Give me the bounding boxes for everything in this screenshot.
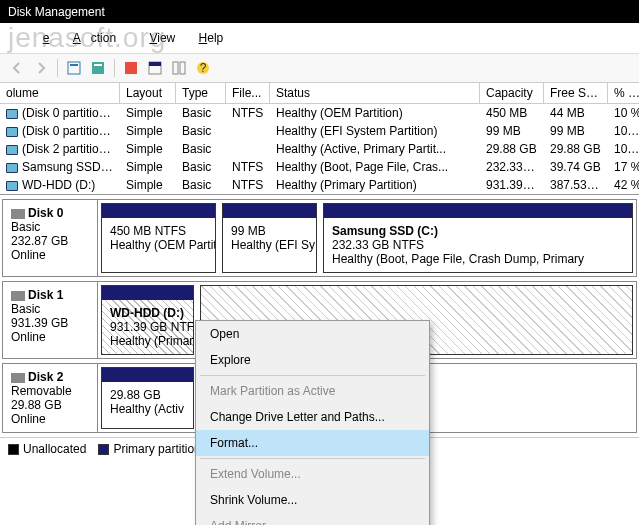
ctx-open[interactable]: Open bbox=[196, 321, 429, 347]
legend-primary-label: Primary partition bbox=[113, 442, 200, 456]
window-title: Disk Management bbox=[8, 5, 105, 19]
disk-icon bbox=[11, 209, 25, 219]
help-button[interactable]: ? bbox=[192, 57, 214, 79]
volume-row[interactable]: (Disk 0 partition 2)SimpleBasicHealthy (… bbox=[0, 122, 639, 140]
separator bbox=[57, 59, 58, 77]
separator bbox=[200, 458, 425, 459]
volume-icon bbox=[6, 181, 18, 191]
volume-icon bbox=[6, 145, 18, 155]
ctx-explore[interactable]: Explore bbox=[196, 347, 429, 373]
col-volume[interactable]: olume bbox=[0, 83, 120, 103]
column-headers: olume Layout Type File... Status Capacit… bbox=[0, 83, 639, 104]
disk-row: Disk 0Basic232.87 GBOnline450 MB NTFSHea… bbox=[2, 199, 637, 277]
volume-icon bbox=[6, 127, 18, 137]
disk-info[interactable]: Disk 1Basic931.39 GBOnline bbox=[3, 282, 98, 358]
menu-file[interactable]: File bbox=[0, 25, 59, 51]
partition[interactable]: 450 MB NTFSHealthy (OEM Partitio bbox=[101, 203, 216, 273]
menu-view[interactable]: View bbox=[139, 28, 185, 48]
properties-button[interactable] bbox=[63, 57, 85, 79]
refresh-button[interactable] bbox=[87, 57, 109, 79]
ctx-mark-active: Mark Partition as Active bbox=[196, 378, 429, 404]
disk-icon bbox=[11, 291, 25, 301]
svg-rect-2 bbox=[92, 62, 104, 74]
volume-row[interactable]: (Disk 2 partition 1)SimpleBasicHealthy (… bbox=[0, 140, 639, 158]
col-pct[interactable]: % F... bbox=[608, 83, 639, 103]
svg-rect-1 bbox=[70, 64, 78, 66]
svg-rect-4 bbox=[125, 62, 137, 74]
ctx-mirror: Add Mirror... bbox=[196, 513, 429, 525]
tool-button[interactable] bbox=[120, 57, 142, 79]
col-free[interactable]: Free Sp... bbox=[544, 83, 608, 103]
volume-icon bbox=[6, 163, 18, 173]
volume-list[interactable]: olume Layout Type File... Status Capacit… bbox=[0, 83, 639, 195]
col-fs[interactable]: File... bbox=[226, 83, 270, 103]
partition[interactable]: 29.88 GBHealthy (Activ bbox=[101, 367, 194, 429]
legend-unalloc-swatch bbox=[8, 444, 19, 455]
col-capacity[interactable]: Capacity bbox=[480, 83, 544, 103]
back-button[interactable] bbox=[6, 57, 28, 79]
volume-row[interactable]: (Disk 0 partition 1)SimpleBasicNTFSHealt… bbox=[0, 104, 639, 122]
menu-help[interactable]: Help bbox=[189, 28, 234, 48]
volume-row[interactable]: WD-HDD (D:)SimpleBasicNTFSHealthy (Prima… bbox=[0, 176, 639, 194]
ctx-format[interactable]: Format... bbox=[196, 430, 429, 456]
title-bar: Disk Management bbox=[0, 0, 639, 23]
svg-rect-6 bbox=[149, 62, 161, 66]
context-menu: Open Explore Mark Partition as Active Ch… bbox=[195, 320, 430, 525]
svg-rect-7 bbox=[173, 62, 178, 74]
separator bbox=[114, 59, 115, 77]
ctx-change-letter[interactable]: Change Drive Letter and Paths... bbox=[196, 404, 429, 430]
svg-text:?: ? bbox=[200, 61, 207, 75]
partition[interactable]: WD-HDD (D:)931.39 GB NTFSHealthy (Primar bbox=[101, 285, 194, 355]
col-type[interactable]: Type bbox=[176, 83, 226, 103]
disk-info[interactable]: Disk 2Removable29.88 GBOnline bbox=[3, 364, 98, 432]
ctx-extend: Extend Volume... bbox=[196, 461, 429, 487]
disk-info[interactable]: Disk 0Basic232.87 GBOnline bbox=[3, 200, 98, 276]
legend-unalloc-label: Unallocated bbox=[23, 442, 86, 456]
toolbar: ? bbox=[0, 54, 639, 83]
separator bbox=[200, 375, 425, 376]
disk-icon bbox=[11, 373, 25, 383]
forward-button[interactable] bbox=[30, 57, 52, 79]
tool-button[interactable] bbox=[168, 57, 190, 79]
col-layout[interactable]: Layout bbox=[120, 83, 176, 103]
menu-action[interactable]: Action bbox=[63, 25, 136, 51]
svg-rect-8 bbox=[180, 62, 185, 74]
partition[interactable]: Samsung SSD (C:)232.33 GB NTFSHealthy (B… bbox=[323, 203, 633, 273]
partition[interactable]: 99 MBHealthy (EFI Sy bbox=[222, 203, 317, 273]
tool-button[interactable] bbox=[144, 57, 166, 79]
ctx-shrink[interactable]: Shrink Volume... bbox=[196, 487, 429, 513]
volume-icon bbox=[6, 109, 18, 119]
svg-rect-0 bbox=[68, 62, 80, 74]
svg-rect-3 bbox=[94, 64, 102, 66]
volume-row[interactable]: Samsung SSD (C:)SimpleBasicNTFSHealthy (… bbox=[0, 158, 639, 176]
legend-primary-swatch bbox=[98, 444, 109, 455]
col-status[interactable]: Status bbox=[270, 83, 480, 103]
menu-bar: File Action View Help bbox=[0, 23, 639, 54]
